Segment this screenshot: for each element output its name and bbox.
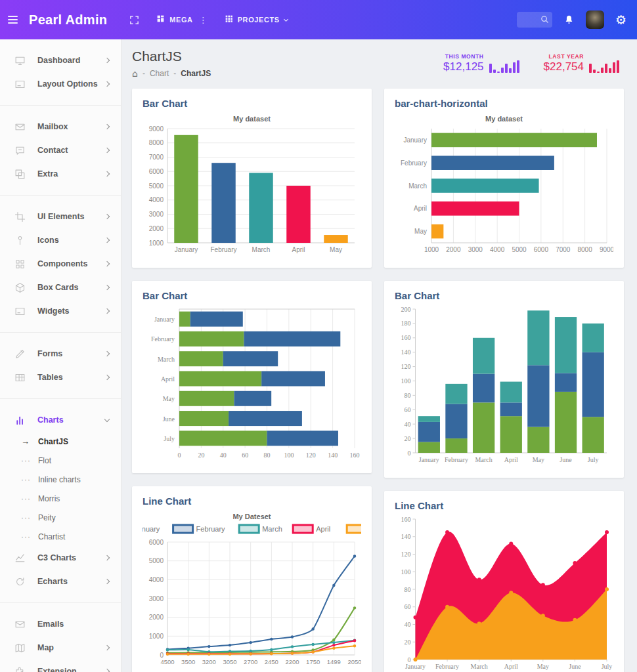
sidebar-submenu: →ChartJS···Flot···Inline charts···Morris… (0, 432, 121, 546)
right-column: bar-chart-horizontalMy dataset1000200030… (384, 89, 624, 672)
sidebar-item-label: Tables (37, 373, 63, 382)
sidebar-item-label: Mailbox (37, 122, 68, 131)
svg-text:9000: 9000 (600, 246, 613, 253)
chart-card: Bar Chart020406080100120140160180200Janu… (384, 281, 624, 478)
chart-canvas: My DatesetJanuaryFebruaryMarchAprilMay01… (143, 511, 361, 668)
svg-text:June: June (560, 456, 572, 463)
sidebar-group: UI ElementsIconsComponentsBox CardsWidge… (0, 196, 121, 333)
bars-icon (14, 415, 26, 426)
sidebar-subitem-chartjs[interactable]: →ChartJS (0, 432, 121, 451)
chevron-right-icon (104, 669, 110, 672)
svg-text:April: April (292, 246, 305, 253)
svg-text:May: May (414, 228, 427, 235)
sidebar-subitem-flot[interactable]: ···Flot (0, 451, 121, 470)
svg-text:160: 160 (401, 334, 411, 341)
sidebar-item-label: Extra (37, 169, 58, 178)
svg-text:January: January (419, 456, 439, 463)
app-header: Pearl Admin MEGA ⋮ PROJECTS (0, 0, 637, 39)
card-title: Line Chart (395, 500, 613, 511)
svg-text:200: 200 (401, 306, 411, 313)
search-box[interactable] (517, 12, 552, 28)
sidebar-subitem-peity[interactable]: ···Peity (0, 508, 121, 527)
fullscreen-icon[interactable] (129, 15, 139, 25)
projects-menu-button[interactable]: PROJECTS (225, 14, 288, 26)
svg-text:140: 140 (401, 348, 411, 356)
chevron-right-icon (104, 375, 110, 380)
sidebar-item-forms[interactable]: Forms (0, 342, 121, 366)
breadcrumb: ⌂ - Chart - ChartJS (132, 69, 211, 78)
chevron-right-icon (104, 351, 110, 356)
sidebar-subitem-chartist[interactable]: ···Chartist (0, 527, 121, 546)
box-icon (14, 282, 26, 293)
svg-text:April: April (316, 525, 330, 533)
settings-gear-icon[interactable]: ⚙ (615, 14, 626, 26)
sidebar-group: Charts→ChartJS···Flot···Inline charts···… (0, 399, 121, 603)
sidebar-item-layout-options[interactable]: Layout Options (0, 72, 121, 96)
svg-text:140: 140 (401, 533, 411, 540)
sidebar-group: DashboardLayout Options (0, 39, 121, 106)
header-nav: MEGA ⋮ PROJECTS (129, 14, 288, 26)
menu-toggle-button[interactable] (8, 14, 20, 26)
breadcrumb-item[interactable]: Chart (150, 69, 169, 78)
mega-menu-button[interactable]: MEGA ⋮ (156, 14, 207, 26)
sidebar-item-extra[interactable]: Extra (0, 162, 121, 186)
sidebar-subitem-label: Morris (38, 494, 60, 503)
svg-text:My dataset: My dataset (233, 115, 271, 123)
sidebar-item-extension[interactable]: Extension (0, 660, 121, 672)
chevron-right-icon (104, 214, 110, 219)
sidebar-item-map[interactable]: Map (0, 636, 121, 660)
svg-text:140: 140 (328, 452, 338, 459)
sidebar-item-mailbox[interactable]: Mailbox (0, 115, 121, 138)
svg-text:100: 100 (284, 452, 294, 459)
arrow-right-icon: → (21, 436, 38, 446)
home-icon[interactable]: ⌂ (132, 69, 138, 78)
stat-widget-last-year: LAST YEAR$22,754 (544, 53, 621, 74)
svg-text:February: February (445, 456, 468, 463)
svg-text:April: April (414, 205, 427, 212)
cards-grid: Bar ChartMy dataset100020003000400050006… (132, 89, 624, 672)
svg-text:March: March (471, 663, 488, 670)
grid-icon (225, 14, 233, 26)
svg-text:7000: 7000 (556, 246, 571, 253)
sidebar-item-charts[interactable]: Charts (0, 408, 121, 432)
chevron-right-icon (104, 555, 110, 560)
svg-text:3200: 3200 (202, 658, 216, 665)
sidebar-item-echarts[interactable]: Echarts (0, 570, 121, 593)
sidebar-item-dashboard[interactable]: Dashboard (0, 49, 121, 72)
svg-text:July: July (588, 456, 599, 463)
sidebar-item-tables[interactable]: Tables (0, 366, 121, 389)
sidebar-item-ui-elements[interactable]: UI Elements (0, 205, 121, 228)
grid-icon (14, 259, 26, 270)
sidebar-item-components[interactable]: Components (0, 252, 121, 276)
svg-text:3500: 3500 (181, 658, 195, 665)
chart-card: Line ChartMy DatesetJanuaryFebruaryMarch… (132, 486, 372, 672)
sidebar-item-box-cards[interactable]: Box Cards (0, 276, 121, 299)
sidebar-subitem-inline-charts[interactable]: ···Inline charts (0, 470, 121, 489)
notifications-bell-icon[interactable] (563, 14, 575, 26)
avatar[interactable] (586, 10, 604, 29)
svg-text:March: March (408, 182, 427, 190)
chevron-right-icon (104, 645, 110, 650)
sidebar-subitem-label: Inline charts (38, 475, 81, 484)
svg-text:0: 0 (408, 450, 411, 457)
breadcrumb-current: ChartJS (181, 69, 211, 78)
svg-text:20: 20 (198, 452, 204, 459)
svg-text:1750: 1750 (306, 658, 320, 665)
sidebar-item-label: Echarts (37, 577, 68, 586)
stat-value: $22,754 (544, 60, 584, 74)
sidebar-subitem-label: Chartist (38, 532, 65, 541)
sidebar-item-widgets[interactable]: Widgets (0, 299, 121, 323)
svg-text:60: 60 (405, 406, 411, 413)
svg-text:120: 120 (306, 452, 316, 459)
sidebar-item-icons[interactable]: Icons (0, 228, 121, 252)
mail-icon (14, 619, 26, 630)
chart-card: Bar ChartMy dataset100020003000400050006… (132, 89, 372, 268)
chevron-right-icon (104, 124, 110, 129)
svg-text:3000: 3000 (468, 246, 483, 253)
sidebar-item-emails[interactable]: Emails (0, 612, 121, 636)
svg-text:100: 100 (401, 568, 411, 576)
mail-icon (14, 121, 26, 133)
sidebar-item-contact[interactable]: Contact (0, 138, 121, 162)
sidebar-subitem-morris[interactable]: ···Morris (0, 489, 121, 508)
sidebar-item-c3-charts[interactable]: C3 Charts (0, 546, 121, 570)
